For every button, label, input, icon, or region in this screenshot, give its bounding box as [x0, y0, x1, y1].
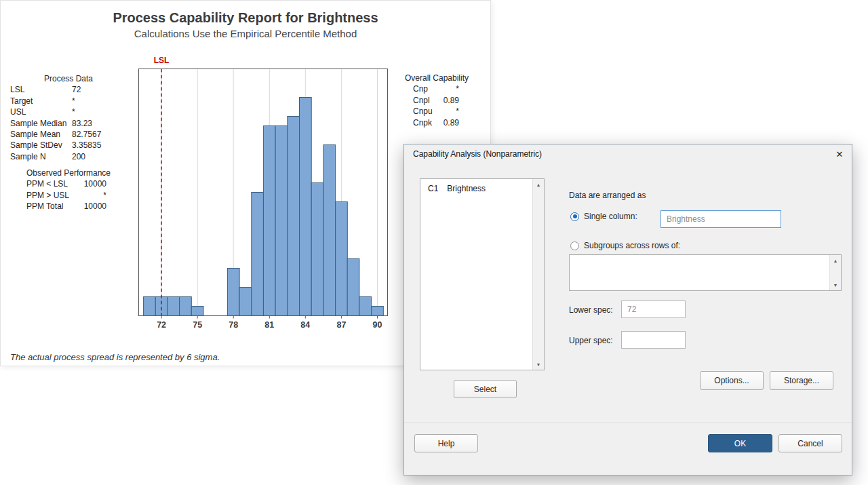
report-footnote: The actual process spread is represented…: [10, 352, 220, 362]
column-listbox[interactable]: C1Brightness ▲ ▼: [420, 178, 545, 370]
single-column-label: Single column:: [584, 212, 637, 221]
stat-value: 10000: [84, 178, 106, 189]
stat-row: Cnp*: [413, 83, 459, 94]
close-icon: ✕: [836, 149, 844, 159]
stat-row: PPM Total10000: [26, 201, 106, 212]
select-button[interactable]: Select: [454, 380, 517, 398]
histogram-bar: [347, 259, 359, 316]
x-tick-label: 87: [336, 320, 346, 330]
scroll-up-icon[interactable]: ▲: [533, 179, 544, 190]
lower-spec-label: Lower spec:: [569, 305, 613, 315]
dialog-title: Capability Analysis (Nonparametric): [413, 149, 542, 159]
upper-spec-label: Upper spec:: [569, 336, 613, 345]
stat-value: *: [456, 106, 459, 117]
storage-button[interactable]: Storage...: [770, 371, 833, 390]
overall-capability-panel: Overall Capability Cnp*Cnpl0.89Cnpu*Cnpk…: [404, 73, 469, 128]
histogram-bar: [359, 297, 372, 316]
x-tick-label: 78: [229, 320, 238, 330]
cancel-button[interactable]: Cancel: [778, 434, 842, 452]
close-button[interactable]: ✕: [832, 147, 847, 161]
scroll-down-icon[interactable]: ▼: [533, 359, 544, 370]
stat-row: PPM < LSL10000: [26, 178, 106, 189]
column-id: C1: [428, 184, 438, 193]
column-list-item[interactable]: C1Brightness: [420, 179, 533, 193]
radio-selected-icon[interactable]: [570, 212, 579, 221]
stat-label: PPM > USL: [26, 190, 103, 201]
stat-value: *: [72, 106, 75, 117]
subgroups-label: Subgroups across rows of:: [584, 241, 680, 250]
stat-row: Cnpu*: [413, 106, 459, 117]
histogram-bar: [263, 126, 275, 316]
stat-label: Sample Mean: [10, 129, 72, 140]
stat-row: Cnpl0.89: [413, 95, 459, 106]
lsl-label: LSL: [154, 56, 170, 65]
stat-row: PPM > USL*: [26, 190, 106, 201]
stat-value: 0.89: [443, 95, 459, 106]
stat-row: Sample Median83.23: [10, 118, 127, 129]
stat-value: *: [72, 96, 75, 106]
histogram-bar: [191, 307, 203, 316]
stat-row: Cnpk0.89: [413, 117, 459, 128]
ok-button[interactable]: OK: [708, 434, 772, 452]
stat-label: Target: [10, 96, 72, 106]
process-data-rows: LSL72Target*USL*Sample Median83.23Sample…: [10, 84, 127, 162]
scroll-up-icon[interactable]: ▲: [830, 255, 841, 266]
lower-spec-input[interactable]: [621, 300, 686, 318]
stat-label: LSL: [10, 84, 72, 95]
stat-value: 83.23: [72, 118, 92, 129]
stat-row: USL*: [10, 106, 127, 117]
stat-label: USL: [10, 106, 72, 117]
stat-label: PPM Total: [26, 201, 84, 212]
capability-histogram-svg: 72757881848790LSL: [136, 55, 391, 330]
report-title: Process Capability Report for Brightness: [1, 10, 490, 26]
scroll-down-icon[interactable]: ▼: [830, 279, 841, 290]
stat-row: LSL72: [10, 84, 127, 95]
histogram-bar: [372, 307, 384, 316]
stat-value: *: [103, 190, 106, 201]
subgroups-input[interactable]: ▲ ▼: [569, 254, 842, 291]
histogram-bar: [275, 126, 288, 316]
arranged-label: Data are arranged as: [569, 191, 646, 200]
overall-capability-rows: Cnp*Cnpl0.89Cnpu*Cnpk0.89: [404, 83, 469, 128]
process-data-title: Process Data: [10, 73, 127, 84]
histogram-bar: [227, 269, 239, 316]
subgroups-scrollbar[interactable]: ▲ ▼: [829, 255, 841, 290]
stat-row: Target*: [10, 96, 127, 106]
histogram-bar: [144, 297, 156, 316]
histogram-bar: [300, 98, 312, 316]
capability-analysis-dialog: Capability Analysis (Nonparametric) ✕ C1…: [403, 144, 852, 476]
stat-label: Cnpk: [413, 117, 443, 128]
stat-value: 0.89: [443, 117, 459, 128]
stat-value: 3.35835: [72, 140, 101, 151]
histogram-bar: [323, 145, 336, 316]
stat-value: 200: [72, 151, 85, 162]
stat-row: Sample Mean82.7567: [10, 129, 127, 140]
stat-value: *: [456, 83, 459, 94]
stat-label: Cnpu: [413, 106, 456, 117]
dialog-separator: [404, 422, 852, 423]
dialog-titlebar[interactable]: Capability Analysis (Nonparametric) ✕: [404, 144, 852, 163]
histogram-bar: [180, 297, 192, 316]
options-button[interactable]: Options...: [700, 371, 764, 390]
single-column-radio[interactable]: Single column:: [570, 212, 637, 221]
subgroups-radio[interactable]: Subgroups across rows of:: [570, 241, 680, 250]
observed-performance-rows: PPM < LSL10000PPM > USL*PPM Total10000: [10, 178, 127, 212]
histogram-chart: 72757881848790LSL: [136, 55, 391, 330]
report-subtitle: Calculations Use the Empirical Percentil…: [1, 28, 490, 39]
stat-label: Sample StDev: [10, 140, 72, 151]
column-list: C1Brightness: [420, 179, 533, 370]
stat-label: Sample N: [10, 151, 72, 162]
listbox-scrollbar[interactable]: ▲ ▼: [532, 179, 544, 370]
upper-spec-input[interactable]: [621, 331, 686, 349]
histogram-bar: [252, 193, 264, 316]
stat-label: Cnpl: [413, 95, 443, 106]
help-button[interactable]: Help: [414, 434, 478, 452]
histogram-bar: [311, 183, 323, 316]
single-column-input[interactable]: [660, 210, 781, 228]
stat-value: 10000: [84, 201, 106, 212]
overall-capability-title: Overall Capability: [404, 73, 469, 83]
x-tick-label: 90: [373, 320, 382, 330]
radio-unselected-icon[interactable]: [570, 241, 579, 250]
stat-label: PPM < LSL: [26, 178, 84, 189]
x-tick-label: 81: [264, 320, 274, 330]
